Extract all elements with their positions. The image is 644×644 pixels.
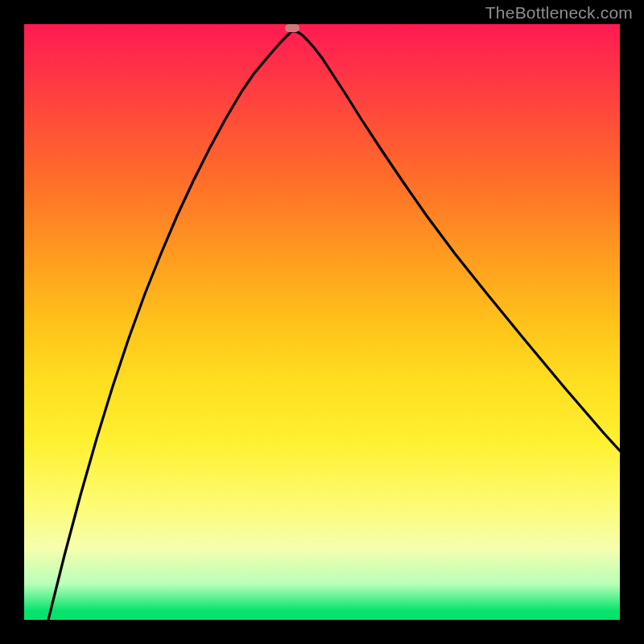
plot-area (24, 24, 620, 620)
watermark-text: TheBottleneck.com (485, 3, 633, 23)
bottleneck-curve (24, 24, 620, 620)
minimum-marker (285, 24, 299, 32)
chart-frame: TheBottleneck.com (0, 0, 644, 644)
